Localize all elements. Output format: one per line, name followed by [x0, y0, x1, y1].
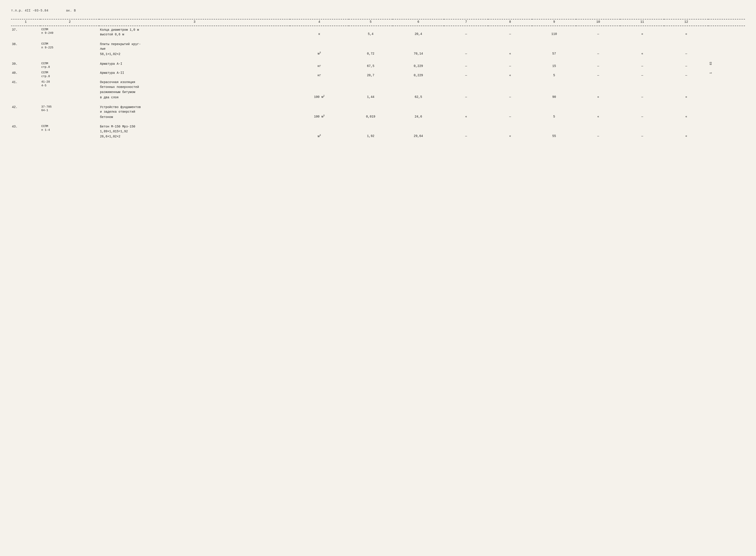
row-val-5: 0,019 — [349, 103, 393, 120]
table-row: 38.ССПМп 9-225Плиты перекрытий круг-м30,… — [11, 40, 745, 46]
table-row: 42.37-70564-1Устройство фундаментов100 м… — [11, 103, 745, 110]
row-val-8: — — [488, 26, 532, 37]
header: т.п.р. 4II -03-5.84 ак. В — [11, 9, 745, 12]
row-val-12: « — [664, 123, 708, 139]
col-header-6: 6 — [393, 19, 444, 25]
row-desc-cont: лые — [99, 46, 290, 52]
row-desc: Устройство фундаментов — [99, 103, 290, 110]
table-row: 37.ССПМп 9-249Колца диаметром 1,0 мк5,42… — [11, 26, 745, 32]
row-val-9: 5 — [532, 103, 576, 120]
row-desc-cont: разжиженным битумом — [99, 90, 290, 95]
row-val-11: — — [620, 78, 664, 100]
row-desc: Колца диаметром 1,0 м — [99, 26, 290, 32]
row-val-12: « — [664, 78, 708, 100]
row-note — [708, 103, 745, 120]
row-val-10: — — [576, 123, 620, 139]
row-code: ССПМстр.8 — [40, 69, 99, 78]
row-val-6: 62,5 — [393, 78, 444, 100]
row-val-10: « — [576, 78, 620, 100]
col-header-9: 9 — [532, 19, 576, 25]
col-header-note — [708, 19, 745, 25]
col-header-3: 3 — [99, 19, 290, 25]
row-val-6: 20,4 — [393, 26, 444, 37]
row-code: ССПМстр.8 — [40, 60, 99, 69]
col-header-11: 11 — [620, 19, 664, 25]
row-val-6: 29,64 — [393, 123, 444, 139]
row-code: 41-284-5 — [40, 78, 99, 100]
row-val-10: « — [576, 103, 620, 120]
row-number: 42. — [11, 103, 40, 120]
row-code: ССПМп 9-249 — [40, 26, 99, 37]
row-val-9: 90 — [532, 78, 576, 100]
row-val-11: — — [620, 123, 664, 139]
row-val-7: — — [444, 78, 488, 100]
col-header-5: 5 — [349, 19, 393, 25]
row-val-8: « — [488, 40, 532, 57]
row-unit: 100 м3 — [290, 103, 349, 120]
row-val-9: 55 — [532, 123, 576, 139]
row-number: 38. — [11, 40, 40, 57]
header-right: ак. В — [66, 9, 76, 12]
row-desc-cont: и заделка отверстий — [99, 109, 290, 115]
row-desc-cont: бетоном — [99, 115, 290, 120]
row-desc: Бетон М-150 Мрз-150 — [99, 123, 290, 129]
row-val-11: « — [620, 26, 664, 37]
col-header-7: 7 — [444, 19, 488, 25]
row-desc: Арматура А-I — [99, 60, 290, 66]
col-header-8: 8 — [488, 19, 532, 25]
row-val-8: — — [488, 103, 532, 120]
row-val-12: « — [664, 26, 708, 37]
row-val-7: « — [444, 103, 488, 120]
row-val-5: 1,92 — [349, 123, 393, 139]
row-desc-cont: 58,1×1,02×2 — [99, 52, 290, 57]
table-row: 40.ССПМстр.8Арматура А-IIкг20,70,229—«5—… — [11, 69, 745, 75]
col-header-2: 2 — [40, 19, 99, 25]
header-left: т.п.р. 4II -03-5.84 — [11, 9, 48, 12]
row-val-8: « — [488, 123, 532, 139]
row-note — [708, 40, 745, 57]
main-table: 1 2 3 4 5 6 7 8 9 10 11 12 37.ССПМп 9-24… — [11, 19, 745, 142]
row-code: 37-70564-1 — [40, 103, 99, 120]
row-val-11: — — [620, 103, 664, 120]
row-code: ССПМп 9-225 — [40, 40, 99, 57]
row-desc: Плиты перекрытий круг- — [99, 40, 290, 46]
row-code: ССПМп 1-4 — [40, 123, 99, 139]
col-header-1: 1 — [11, 19, 40, 25]
row-number: 39. — [11, 60, 40, 69]
row-val-11: « — [620, 40, 664, 57]
row-val-8: — — [488, 78, 532, 100]
row-note — [708, 26, 745, 37]
row-val-12: — — [664, 40, 708, 57]
row-desc: Окрасочная изоляция — [99, 78, 290, 84]
table-row: 43.ССПМп 1-4Бетон М-150 Мрз-150м31,9229,… — [11, 123, 745, 129]
row-val-7: — — [444, 26, 488, 37]
row-number: 41. — [11, 78, 40, 100]
row-desc-cont: 26,6×1,02×2 — [99, 134, 290, 139]
col-header-4: 4 — [290, 19, 349, 25]
row-val-10: — — [576, 40, 620, 57]
row-val-5: 1,44 — [349, 78, 393, 100]
row-val-12: « — [664, 103, 708, 120]
row-val-9: 110 — [532, 26, 576, 37]
row-val-10: — — [576, 26, 620, 37]
row-number: 43. — [11, 123, 40, 139]
row-unit: м3 — [290, 40, 349, 57]
row-val-7: — — [444, 40, 488, 57]
row-desc-cont: бетонных поверхностей — [99, 84, 290, 90]
row-val-5: 5,4 — [349, 26, 393, 37]
col-header-12: 12 — [664, 19, 708, 25]
row-unit: 100 м2 — [290, 78, 349, 100]
row-desc-cont: высотой 0,6 м — [99, 32, 290, 37]
row-desc-cont: в два слоя — [99, 95, 290, 100]
row-unit: к — [290, 26, 349, 37]
row-val-6: 24,6 — [393, 103, 444, 120]
row-note — [708, 123, 745, 139]
table-row: 41.41-284-5Окрасочная изоляция100 м21,44… — [11, 78, 745, 84]
row-val-9: 57 — [532, 40, 576, 57]
row-desc-cont: 1,89×1,015=1,92 — [99, 129, 290, 134]
table-row: 39.ССПМстр.8Арматура А-Iкг67,50,229——15—… — [11, 60, 745, 66]
row-desc: Арматура А-II — [99, 69, 290, 75]
row-number: 40. — [11, 69, 40, 78]
row-val-5: 0,72 — [349, 40, 393, 57]
row-val-7: — — [444, 123, 488, 139]
